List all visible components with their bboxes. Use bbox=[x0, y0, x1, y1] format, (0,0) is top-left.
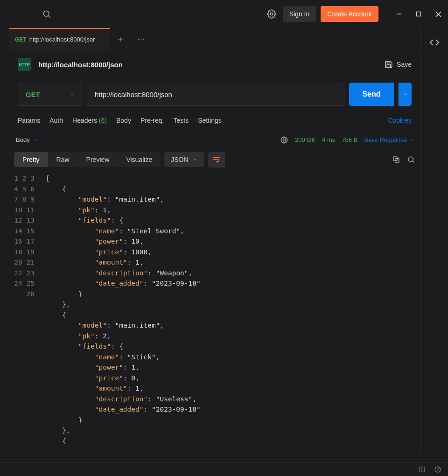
gear-icon[interactable] bbox=[267, 9, 276, 19]
subtab-headers-count: (6) bbox=[99, 117, 107, 124]
svg-rect-4 bbox=[417, 12, 421, 16]
syntax-label: JSON bbox=[171, 156, 188, 163]
subtab-settings[interactable]: Settings bbox=[198, 117, 222, 124]
save-label: Save bbox=[397, 61, 412, 68]
request-title: http://localhost:8000/json bbox=[38, 61, 123, 69]
svg-point-11 bbox=[143, 38, 144, 39]
line-gutter: 1 2 3 4 5 6 7 8 9 10 11 12 13 14 15 16 1… bbox=[9, 171, 46, 453]
titlebar: Sign In Create Account bbox=[0, 0, 448, 28]
view-preview[interactable]: Preview bbox=[78, 152, 118, 167]
response-size: 756 B bbox=[342, 136, 357, 143]
code-area[interactable]: [ { "model": "main.item", "pk": 1, "fiel… bbox=[46, 171, 420, 453]
cookies-link[interactable]: Cookies bbox=[388, 117, 412, 124]
copy-icon[interactable] bbox=[392, 155, 400, 164]
view-raw[interactable]: Raw bbox=[48, 152, 78, 167]
subtab-prereq[interactable]: Pre-req. bbox=[140, 117, 164, 124]
svg-point-22 bbox=[437, 470, 438, 471]
subtab-auth[interactable]: Auth bbox=[49, 117, 63, 124]
subtab-tests[interactable]: Tests bbox=[173, 117, 189, 124]
new-tab-button[interactable] bbox=[110, 28, 131, 50]
save-response-label: Save Response bbox=[364, 136, 407, 143]
tab-request[interactable]: GET http://localhost:8000/jsor bbox=[9, 28, 110, 50]
request-header: HTTP http://localhost:8000/json Save bbox=[9, 50, 420, 78]
main-content: GET http://localhost:8000/jsor HTTP http… bbox=[9, 28, 420, 453]
request-row: GET http://localhost:8000/json Send bbox=[9, 78, 420, 110]
help-icon[interactable] bbox=[434, 466, 441, 473]
send-dropdown-button[interactable] bbox=[399, 83, 412, 106]
response-status: 200 OK bbox=[295, 136, 315, 143]
subtab-headers-label: Headers bbox=[72, 117, 97, 124]
globe-icon[interactable] bbox=[280, 136, 288, 144]
maximize-icon[interactable] bbox=[416, 11, 421, 17]
http-badge-icon: HTTP bbox=[18, 58, 31, 71]
tab-method-label: GET bbox=[15, 36, 27, 43]
url-input[interactable]: http://localhost:8000/json bbox=[87, 83, 344, 106]
response-view-bar: Pretty Raw Preview Visualize JSON bbox=[9, 148, 420, 171]
response-editor[interactable]: 1 2 3 4 5 6 7 8 9 10 11 12 13 14 15 16 1… bbox=[9, 171, 420, 453]
svg-point-9 bbox=[138, 38, 139, 39]
method-value: GET bbox=[26, 91, 40, 98]
create-account-button[interactable]: Create Account bbox=[321, 6, 378, 22]
response-bar: Body 200 OK 4 ms 756 B Save Response bbox=[9, 131, 420, 148]
signin-button[interactable]: Sign In bbox=[283, 6, 316, 22]
wrap-lines-button[interactable] bbox=[208, 152, 225, 168]
search-icon[interactable] bbox=[42, 9, 51, 19]
subtab-headers[interactable]: Headers (6) bbox=[72, 117, 107, 124]
chevron-down-icon bbox=[70, 91, 75, 97]
svg-line-1 bbox=[49, 16, 50, 18]
response-section-select[interactable]: Body bbox=[16, 136, 39, 143]
status-bar bbox=[0, 462, 448, 476]
view-mode-segment: Pretty Raw Preview Visualize bbox=[14, 152, 161, 167]
chevron-down-icon bbox=[34, 137, 39, 143]
view-right-actions bbox=[392, 155, 415, 164]
right-sidebar bbox=[420, 28, 448, 453]
minimize-icon[interactable] bbox=[396, 11, 402, 17]
svg-point-17 bbox=[408, 157, 413, 162]
method-select[interactable]: GET bbox=[18, 83, 83, 106]
svg-point-10 bbox=[140, 38, 141, 39]
svg-point-0 bbox=[43, 11, 49, 16]
syntax-select[interactable]: JSON bbox=[164, 152, 204, 167]
save-response-button[interactable]: Save Response bbox=[364, 136, 415, 143]
subtab-body[interactable]: Body bbox=[116, 117, 131, 124]
response-time: 4 ms bbox=[322, 136, 335, 143]
save-button[interactable]: Save bbox=[385, 60, 412, 69]
tab-overflow-button[interactable] bbox=[131, 28, 151, 50]
tab-bar: GET http://localhost:8000/jsor bbox=[9, 28, 420, 50]
tab-title: http://localhost:8000/jsor bbox=[29, 36, 95, 43]
send-button[interactable]: Send bbox=[349, 83, 394, 106]
close-icon[interactable] bbox=[435, 11, 441, 17]
request-subtabs: Params Auth Headers (6) Body Pre-req. Te… bbox=[9, 110, 420, 131]
left-sidebar-strip bbox=[0, 28, 9, 476]
save-icon bbox=[385, 60, 393, 69]
subtab-params[interactable]: Params bbox=[18, 117, 40, 124]
response-section-label: Body bbox=[16, 136, 30, 143]
panels-icon[interactable] bbox=[418, 466, 426, 473]
search-icon[interactable] bbox=[407, 155, 415, 164]
view-visualize[interactable]: Visualize bbox=[118, 152, 161, 167]
svg-line-18 bbox=[413, 161, 414, 162]
svg-point-2 bbox=[270, 13, 273, 15]
code-panel-icon[interactable] bbox=[429, 37, 440, 48]
view-pretty[interactable]: Pretty bbox=[14, 152, 48, 167]
window-controls bbox=[396, 11, 441, 17]
